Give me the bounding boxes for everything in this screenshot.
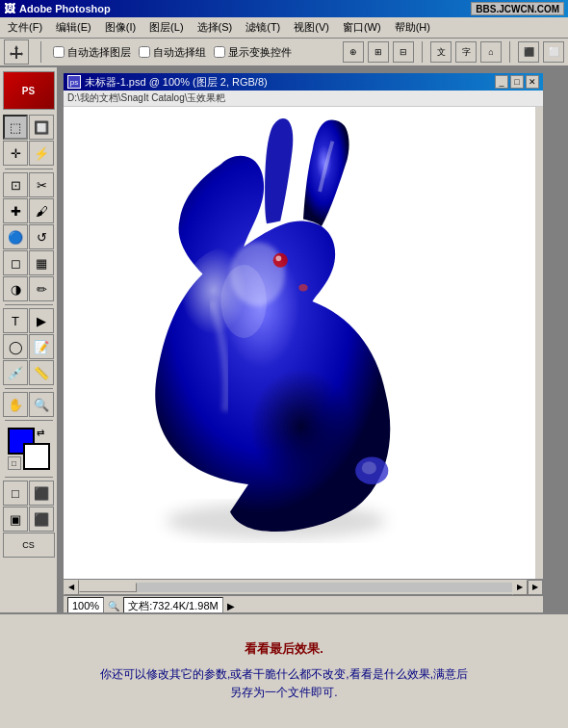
tool-screen-mode-2[interactable]: ⬛ xyxy=(29,507,54,532)
options-btn-6[interactable]: ⌂ xyxy=(480,41,502,63)
document-window: ps 未标器-1.psd @ 100% (图层 2, RGB/8) _ □ ✕ … xyxy=(62,71,545,612)
auto-select-group-group: 自动选择组 xyxy=(139,45,206,60)
doc-title-left: ps 未标器-1.psd @ 100% (图层 2, RGB/8) xyxy=(67,75,268,90)
tool-move[interactable]: ✛ xyxy=(3,141,28,166)
tool-path-select[interactable]: ▶ xyxy=(29,308,54,333)
menu-edit[interactable]: 编辑(E) xyxy=(50,18,97,37)
menu-file[interactable]: 文件(F) xyxy=(2,18,48,37)
status-bar: 100% 🔍 文档:732.4K/1.98M ▶ xyxy=(64,594,543,612)
path-bar: D:\我的文档\SnagIt Catalog\玉效果粑 xyxy=(64,91,543,107)
tool-row-mode: □ ⬛ xyxy=(3,481,54,506)
tool-slice[interactable]: ✂ xyxy=(29,172,54,197)
tool-marquee[interactable]: ⬚ xyxy=(3,115,28,140)
menu-filter[interactable]: 滤镜(T) xyxy=(240,18,286,37)
svg-point-7 xyxy=(298,284,308,292)
tool-shape[interactable]: ◯ xyxy=(3,334,28,359)
scroll-h-thumb[interactable] xyxy=(79,583,137,592)
options-btn-5[interactable]: 字 xyxy=(455,41,477,63)
workspace: PS ⬚ 🔲 ✛ ⚡ ⊡ ✂ ✚ 🖌 🔵 ↺ ◻ ▦ ◑ ✏ xyxy=(0,67,568,612)
tool-cs[interactable]: CS xyxy=(3,533,55,558)
tool-row-8: T ▶ xyxy=(3,308,54,333)
scroll-h-track[interactable] xyxy=(79,583,512,592)
toolbox: PS ⬚ 🔲 ✛ ⚡ ⊡ ✂ ✚ 🖌 🔵 ↺ ◻ ▦ ◑ ✏ xyxy=(0,67,58,612)
tool-sep-4 xyxy=(5,420,53,421)
tool-stamp[interactable]: 🔵 xyxy=(3,224,28,249)
menu-image[interactable]: 图像(I) xyxy=(99,18,142,37)
canvas-area[interactable] xyxy=(64,107,535,579)
tool-pen[interactable]: ✏ xyxy=(29,276,54,301)
tool-quick-mask[interactable]: ⬛ xyxy=(29,481,54,506)
tool-row-cs: CS xyxy=(3,533,55,558)
menu-layer[interactable]: 图层(L) xyxy=(143,18,189,37)
tool-eyedropper[interactable]: 💉 xyxy=(3,360,28,385)
document-title-bar: ps 未标器-1.psd @ 100% (图层 2, RGB/8) _ □ ✕ xyxy=(64,73,543,91)
auto-select-layer-checkbox[interactable] xyxy=(53,46,65,58)
tool-sep-5 xyxy=(5,477,53,478)
show-transform-checkbox[interactable] xyxy=(214,46,225,58)
menu-select[interactable]: 选择(S) xyxy=(192,18,239,37)
tool-heal[interactable]: ✚ xyxy=(3,198,28,223)
scroll-left-button[interactable]: ◀ xyxy=(64,580,79,595)
title-bar: 🖼 Adobe Photoshop BBS.JCWCN.COM xyxy=(0,0,568,17)
tool-row-3: ⊡ ✂ xyxy=(3,172,54,197)
status-arrow[interactable]: ▶ xyxy=(227,601,235,611)
tool-magic-wand[interactable]: ⚡ xyxy=(29,141,54,166)
tool-screen-mode-1[interactable]: ▣ xyxy=(3,507,28,532)
tool-sep-3 xyxy=(5,388,53,389)
tool-row-6: ◻ ▦ xyxy=(3,250,54,275)
background-color[interactable] xyxy=(23,443,50,470)
tool-dodge[interactable]: ◑ xyxy=(3,276,28,301)
file-path: D:\我的文档\SnagIt Catalog\玉效果粑 xyxy=(67,92,226,103)
bottom-desc-line2: 另存为一个文件即可. xyxy=(230,686,337,699)
doc-window-buttons: _ □ ✕ xyxy=(495,75,539,89)
show-transform-group: 显示变换控件 xyxy=(214,45,292,60)
tool-gradient[interactable]: ▦ xyxy=(29,250,54,275)
tool-crop[interactable]: ⊡ xyxy=(3,172,28,197)
tool-hand[interactable]: ✋ xyxy=(3,392,28,417)
options-btn-7[interactable]: ⬛ xyxy=(518,41,539,63)
separator-3 xyxy=(509,41,510,63)
color-picker: ⇄ □ xyxy=(8,428,50,470)
file-info: 文档:732.4K/1.98M xyxy=(123,597,223,612)
menu-window[interactable]: 窗口(W) xyxy=(337,18,387,37)
tool-type[interactable]: T xyxy=(3,308,28,333)
options-btn-3[interactable]: ⊟ xyxy=(393,41,414,63)
tool-history[interactable]: ↺ xyxy=(29,224,54,249)
svg-point-10 xyxy=(362,461,376,474)
move-tool-icon xyxy=(4,39,29,65)
options-btn-1[interactable]: ⊕ xyxy=(343,41,364,63)
separator-1 xyxy=(40,41,41,63)
menu-view[interactable]: 视图(V) xyxy=(288,18,335,37)
tool-normal-mode[interactable]: □ xyxy=(3,481,28,506)
zoom-icon[interactable]: 🔍 xyxy=(108,601,119,611)
tool-lasso[interactable]: 🔲 xyxy=(29,115,54,140)
default-colors-icon[interactable]: □ xyxy=(8,456,21,470)
tool-brush[interactable]: 🖌 xyxy=(29,198,54,223)
zoom-level: 100% xyxy=(67,597,104,612)
separator-2 xyxy=(422,41,423,63)
tool-notes[interactable]: 📝 xyxy=(29,334,54,359)
options-btn-4[interactable]: 文 xyxy=(430,41,452,63)
menu-help[interactable]: 帮助(H) xyxy=(389,18,436,37)
show-transform-label: 显示变换控件 xyxy=(228,45,292,60)
tool-measure[interactable]: 📏 xyxy=(29,360,54,385)
switch-colors-icon[interactable]: ⇄ xyxy=(37,428,50,441)
rabbit-container xyxy=(102,117,487,569)
tool-eraser[interactable]: ◻ xyxy=(3,250,28,275)
doc-maximize-button[interactable]: □ xyxy=(510,75,524,89)
doc-minimize-button[interactable]: _ xyxy=(495,75,508,89)
tool-row-screen: ▣ ⬛ xyxy=(3,507,54,532)
horizontal-scrollbar[interactable]: ◀ ▶ ▶ xyxy=(64,579,543,594)
bottom-desc-line1: 你还可以修改其它的参数,或者干脆什么都不改变,看看是什么效果,满意后 xyxy=(100,667,468,681)
options-btn-8[interactable]: ⬜ xyxy=(543,41,564,63)
options-btn-2[interactable]: ⊞ xyxy=(368,41,389,63)
tool-zoom[interactable]: 🔍 xyxy=(29,392,54,417)
scroll-right-button[interactable]: ▶ xyxy=(512,580,528,595)
tool-row-10: 💉 📏 xyxy=(3,360,54,385)
options-right: ⊕ ⊞ ⊟ 文 字 ⌂ ⬛ ⬜ xyxy=(343,41,564,63)
doc-close-button[interactable]: ✕ xyxy=(526,75,539,89)
auto-select-layer-label: 自动选择图层 xyxy=(67,45,131,60)
tool-row-11: ✋ 🔍 xyxy=(3,392,54,417)
auto-select-group-checkbox[interactable] xyxy=(139,46,150,58)
scroll-corner[interactable]: ▶ xyxy=(528,580,543,595)
